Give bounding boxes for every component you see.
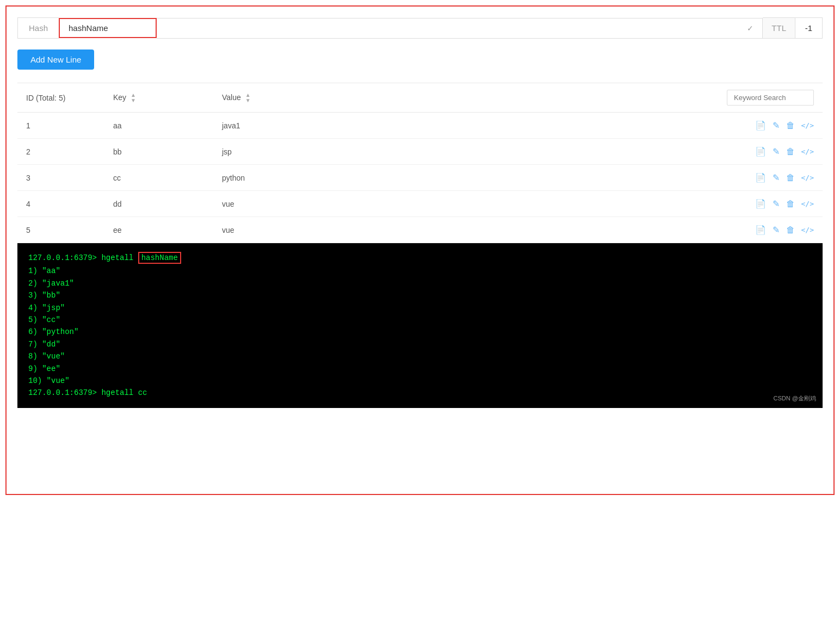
code-icon[interactable]: </> xyxy=(801,174,814,182)
terminal-output-line: 7) "dd" xyxy=(28,338,812,350)
cell-value: vue xyxy=(213,191,322,217)
terminal-output-line: 8) "vue" xyxy=(28,350,812,362)
col-key: Key ▲▼ xyxy=(104,83,213,113)
terminal-output: 1) "aa"2) "java1"3) "bb"4) "jsp"5) "cc"6… xyxy=(28,265,812,399)
ttl-value: -1 xyxy=(795,17,823,39)
col-actions xyxy=(322,83,823,113)
edit-icon[interactable]: ✎ xyxy=(773,225,780,235)
table-row: 3 cc python 📄 ✎ 🗑 </> xyxy=(17,165,823,191)
table-row: 4 dd vue 📄 ✎ 🗑 </> xyxy=(17,191,823,217)
cell-value: vue xyxy=(213,217,322,243)
cell-actions: 📄 ✎ 🗑 </> xyxy=(322,217,823,243)
edit-icon[interactable]: ✎ xyxy=(773,146,780,157)
cell-id: 4 xyxy=(17,191,104,217)
cell-actions: 📄 ✎ 🗑 </> xyxy=(322,165,823,191)
cell-value: java1 xyxy=(213,113,322,139)
cell-key: ee xyxy=(104,217,213,243)
col-value: Value ▲▼ xyxy=(213,83,322,113)
cell-id: 2 xyxy=(17,139,104,165)
terminal-prompt: 127.0.0.1:6379> xyxy=(28,253,97,262)
edit-icon[interactable]: ✎ xyxy=(773,172,780,183)
edit-icon[interactable]: ✎ xyxy=(773,199,780,209)
view-icon[interactable]: 📄 xyxy=(755,225,766,235)
code-icon[interactable]: </> xyxy=(801,226,814,234)
key-sort-icon[interactable]: ▲▼ xyxy=(131,92,136,103)
cell-value: python xyxy=(213,165,322,191)
cell-id: 1 xyxy=(17,113,104,139)
cell-actions: 📄 ✎ 🗑 </> xyxy=(322,113,823,139)
key-name-input[interactable]: hashName xyxy=(59,18,157,38)
terminal-output-line: 2) "java1" xyxy=(28,277,812,289)
table-row: 2 bb jsp 📄 ✎ 🗑 </> xyxy=(17,139,823,165)
watermark: CSDN @金刚鸡 xyxy=(774,394,816,404)
type-badge: Hash xyxy=(17,17,59,39)
cell-actions: 📄 ✎ 🗑 </> xyxy=(322,191,823,217)
code-icon[interactable]: </> xyxy=(801,200,814,208)
spacer-dropdown[interactable]: ✓ xyxy=(157,18,763,39)
cell-id: 5 xyxy=(17,217,104,243)
terminal-output-line: 127.0.0.1:6379> hgetall cc xyxy=(28,387,812,399)
col-id: ID (Total: 5) xyxy=(17,83,104,113)
terminal-output-line: 9) "ee" xyxy=(28,363,812,375)
view-icon[interactable]: 📄 xyxy=(755,172,766,183)
code-icon[interactable]: </> xyxy=(801,121,814,129)
add-new-line-button[interactable]: Add New Line xyxy=(17,50,94,70)
table-row: 5 ee vue 📄 ✎ 🗑 </> xyxy=(17,217,823,243)
delete-icon[interactable]: 🗑 xyxy=(786,199,795,209)
top-bar: Hash hashName ✓ TTL -1 xyxy=(17,17,823,39)
terminal: 127.0.0.1:6379> hgetall hashName 1) "aa"… xyxy=(17,243,823,408)
cell-key: cc xyxy=(104,165,213,191)
keyword-search-input[interactable] xyxy=(727,90,814,106)
delete-icon[interactable]: 🗑 xyxy=(786,173,795,183)
terminal-output-line: 1) "aa" xyxy=(28,265,812,277)
terminal-output-line: 4) "jsp" xyxy=(28,302,812,314)
terminal-output-line: 3) "bb" xyxy=(28,289,812,301)
delete-icon[interactable]: 🗑 xyxy=(786,225,795,235)
cell-key: dd xyxy=(104,191,213,217)
ttl-label: TTL xyxy=(763,17,795,39)
view-icon[interactable]: 📄 xyxy=(755,199,766,209)
terminal-output-line: 10) "vue" xyxy=(28,375,812,387)
cell-key: aa xyxy=(104,113,213,139)
edit-icon[interactable]: ✎ xyxy=(773,120,780,131)
table-row: 1 aa java1 📄 ✎ 🗑 </> xyxy=(17,113,823,139)
cell-key: bb xyxy=(104,139,213,165)
value-sort-icon[interactable]: ▲▼ xyxy=(245,92,251,103)
terminal-command: hgetall xyxy=(101,253,138,262)
delete-icon[interactable]: 🗑 xyxy=(786,121,795,131)
terminal-argument-highlight: hashName xyxy=(138,252,181,264)
view-icon[interactable]: 📄 xyxy=(755,120,766,131)
main-container: Hash hashName ✓ TTL -1 Add New Line ID (… xyxy=(5,5,835,495)
delete-icon[interactable]: 🗑 xyxy=(786,147,795,157)
view-icon[interactable]: 📄 xyxy=(755,146,766,157)
data-table: ID (Total: 5) Key ▲▼ Value ▲▼ 1 aa java1 xyxy=(17,83,823,243)
cell-actions: 📄 ✎ 🗑 </> xyxy=(322,139,823,165)
terminal-output-line: 6) "python" xyxy=(28,326,812,338)
chevron-down-icon: ✓ xyxy=(747,24,753,33)
cell-value: jsp xyxy=(213,139,322,165)
terminal-output-line: 5) "cc" xyxy=(28,314,812,326)
cell-id: 3 xyxy=(17,165,104,191)
terminal-command-line: 127.0.0.1:6379> hgetall hashName xyxy=(28,252,812,264)
code-icon[interactable]: </> xyxy=(801,147,814,156)
